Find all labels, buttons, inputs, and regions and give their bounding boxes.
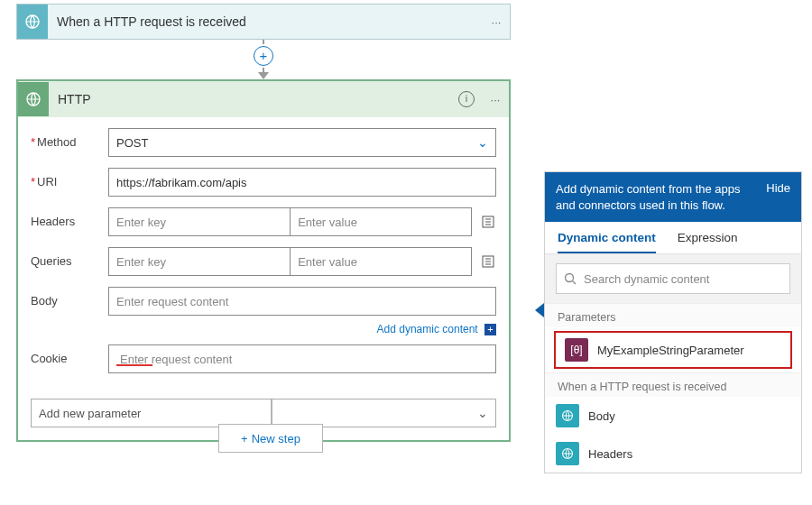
tab-expression[interactable]: Expression — [678, 231, 738, 253]
svg-line-5 — [573, 281, 577, 285]
queries-template-icon[interactable] — [479, 252, 496, 271]
new-step-button[interactable]: + New step — [218, 424, 323, 453]
method-select[interactable]: POST ⌄ — [108, 128, 496, 157]
dynamic-content-panel: Add dynamic content from the apps and co… — [544, 171, 802, 473]
http-icon — [556, 404, 579, 427]
headers-label: Headers — [31, 207, 108, 228]
http-icon — [556, 442, 579, 465]
dynamic-item-headers[interactable]: Headers — [545, 435, 801, 473]
uri-label: *URI — [31, 168, 108, 188]
headers-value-input[interactable]: Enter value — [290, 208, 471, 235]
body-label: Body — [31, 287, 108, 308]
plus-icon: + — [241, 432, 248, 445]
method-label: *Method — [31, 128, 108, 149]
trigger-menu-button[interactable]: ··· — [483, 15, 510, 29]
uri-input[interactable]: https://fabrikam.com/apis — [108, 168, 496, 197]
trigger-card[interactable]: When a HTTP request is received ··· — [16, 4, 511, 40]
add-dynamic-content-link[interactable]: Add dynamic content — [377, 323, 478, 335]
search-input[interactable]: Search dynamic content — [556, 263, 790, 294]
dynamic-search-area: Search dynamic content — [545, 254, 801, 303]
flyout-pointer — [535, 303, 544, 317]
chevron-down-icon: ⌄ — [477, 135, 488, 150]
add-dynamic-content-link-row: Add dynamic content + — [31, 321, 496, 339]
cookie-label: Cookie — [31, 344, 108, 365]
headers-kv: Enter key Enter value — [108, 207, 472, 236]
insert-step-button[interactable]: + — [254, 46, 273, 66]
dynamic-banner: Add dynamic content from the apps and co… — [545, 172, 801, 222]
http-action-card: HTTP i ··· *Method POST ⌄ *URI https://f… — [16, 79, 511, 442]
dynamic-tabs: Dynamic content Expression — [545, 222, 801, 254]
body-input[interactable]: Enter request content — [108, 287, 496, 316]
parameter-icon: [θ] — [565, 338, 588, 362]
trigger-title: When a HTTP request is received — [48, 14, 483, 29]
dynamic-item-myexamplestringparameter[interactable]: [θ] MyExampleStringParameter — [554, 331, 792, 369]
tab-dynamic-content[interactable]: Dynamic content — [558, 231, 656, 253]
info-icon[interactable]: i — [458, 91, 475, 107]
section-trigger: When a HTTP request is received — [545, 372, 801, 397]
queries-key-input[interactable]: Enter key — [109, 248, 290, 275]
action-header[interactable]: HTTP i ··· — [18, 81, 509, 117]
svg-point-4 — [566, 274, 574, 282]
connector: + — [263, 40, 264, 79]
queries-kv: Enter key Enter value — [108, 247, 472, 276]
headers-key-input[interactable]: Enter key — [109, 208, 290, 235]
headers-template-icon[interactable] — [479, 213, 496, 231]
search-icon — [564, 272, 577, 285]
chevron-down-icon: ⌄ — [477, 406, 488, 420]
http-trigger-icon — [17, 5, 48, 39]
queries-label: Queries — [31, 247, 108, 268]
cookie-input[interactable]: Enter request content — [108, 344, 496, 373]
hide-button[interactable]: Hide — [766, 181, 790, 195]
action-title: HTTP — [49, 92, 458, 106]
section-parameters: Parameters — [545, 303, 801, 327]
plus-icon[interactable]: + — [484, 324, 496, 335]
method-value: POST — [116, 136, 148, 150]
action-menu-button[interactable]: ··· — [482, 93, 509, 106]
queries-value-input[interactable]: Enter value — [290, 248, 471, 275]
dynamic-item-body[interactable]: Body — [545, 397, 801, 435]
connector-line — [271, 399, 272, 425]
http-action-icon — [18, 82, 49, 116]
